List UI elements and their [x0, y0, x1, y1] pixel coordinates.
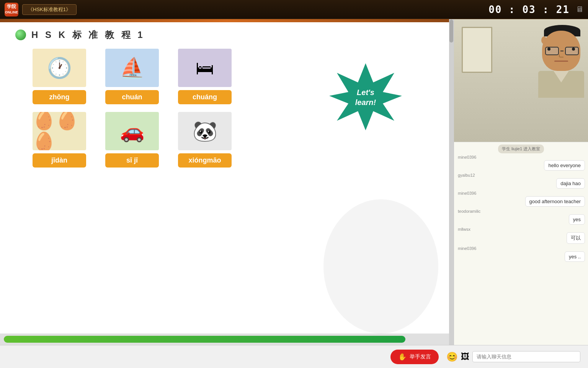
course-title-button[interactable]: 《HSK标准教程1》: [22, 4, 77, 15]
chat-message-5: mine0396 yes ..: [457, 246, 585, 262]
image-car: 🚗: [105, 112, 159, 150]
topbar-left: 学院ONLINE 《HSK标准教程1》: [5, 3, 77, 16]
label-zhong: zhōng: [33, 90, 86, 104]
hand-icon: ✋: [398, 353, 407, 361]
emoji-icon-2[interactable]: 🖼: [461, 352, 469, 362]
slide-content: H S K 标 准 教 程 1 🕐 zhōng ⛵ chuán 🛏 chuáng: [0, 19, 454, 345]
image-eggs: 🥚🥚🥚: [33, 112, 86, 150]
main-container: H S K 标 准 教 程 1 🕐 zhōng ⛵ chuán 🛏 chuáng: [0, 19, 588, 345]
chat-message-3: teodoramilic yes: [457, 209, 585, 225]
chat-username-5: mine0396: [457, 246, 476, 251]
label-siji: sī jī: [105, 153, 159, 168]
chat-message-1: gyalbu12 dajia hao: [457, 173, 585, 189]
slide-title: H S K 标 准 教 程 1: [31, 29, 145, 41]
raise-hand-label: 举手发言: [410, 353, 431, 360]
grid-item-zhong[interactable]: 🕐 zhōng: [31, 49, 88, 104]
progress-bar: [4, 336, 405, 343]
chat-bubble-4: 可以: [567, 232, 585, 244]
chat-bubble-2: good afternoon teacher: [525, 196, 585, 207]
chat-message-4: mllwsx 可以: [457, 227, 585, 244]
chat-input-area: 😊 🖼: [446, 351, 580, 362]
video-panel: 学生 liujie1 进入教室 mine0396 hello everyone …: [454, 19, 588, 345]
slide-scrollbar[interactable]: [449, 19, 454, 345]
chat-bubble-1: dajia hao: [556, 178, 585, 189]
chat-panel: 学生 liujie1 进入教室 mine0396 hello everyone …: [454, 142, 588, 345]
teacher-video: [454, 19, 588, 142]
grid-item-xiongmao[interactable]: 🐼 xióngmāo: [176, 112, 234, 168]
chat-message-2: mine0396 good afternoon teacher: [457, 191, 585, 207]
image-boat: ⛵: [105, 49, 159, 87]
topbar-right: 00 : 03 : 21 🖥: [488, 4, 583, 15]
timer-display: 00 : 03 : 21: [488, 4, 570, 15]
topbar: 学院ONLINE 《HSK标准教程1》 00 : 03 : 21 🖥: [0, 0, 588, 19]
image-bed: 🛏: [178, 49, 232, 87]
chat-username-1: gyalbu12: [457, 173, 475, 177]
scrollbar-thumb[interactable]: [449, 20, 453, 43]
teacher-figure: [454, 19, 588, 142]
chat-username-2: mine0396: [457, 191, 476, 196]
lets-learn-badge: Let's learn!: [327, 61, 415, 130]
green-indicator: [15, 30, 26, 40]
label-chuang: chuáng: [178, 90, 232, 104]
chat-username-3: teodoramilic: [457, 209, 480, 214]
image-panda: 🐼: [178, 112, 232, 150]
label-chuan: chuán: [105, 90, 159, 104]
grid-item-siji[interactable]: 🚗 sī jī: [103, 112, 161, 168]
chat-bubble-0: hello everyone: [544, 160, 585, 171]
system-message: 学生 liujie1 进入教室: [498, 145, 544, 153]
slide-header: H S K 标 准 教 程 1: [15, 29, 438, 41]
label-xiongmao: xióngmāo: [178, 153, 232, 168]
chat-bubble-5: yes ..: [565, 251, 585, 262]
image-clock: 🕐: [33, 49, 86, 87]
raise-hand-button[interactable]: ✋ 举手发言: [390, 350, 439, 364]
svg-text:Let's: Let's: [357, 88, 374, 97]
label-jidan: jīdàn: [33, 153, 86, 168]
emoji-icon[interactable]: 😊: [446, 352, 458, 362]
monitor-icon[interactable]: 🖥: [576, 5, 583, 14]
grid-item-jidan[interactable]: 🥚🥚🥚 jīdàn: [31, 112, 88, 168]
grid-item-chuang[interactable]: 🛏 chuáng: [176, 49, 234, 104]
chat-username-4: mllwsx: [457, 227, 470, 232]
chat-bubble-3: yes: [569, 214, 585, 225]
chat-input[interactable]: [472, 351, 580, 362]
bottom-bar: ✋ 举手发言 😊 🖼: [0, 345, 588, 368]
progress-area: [0, 334, 454, 345]
app-logo: 学院ONLINE: [5, 3, 18, 16]
svg-marker-0: [329, 63, 402, 130]
chat-message-0: mine0396 hello everyone: [457, 155, 585, 171]
svg-text:learn!: learn!: [355, 98, 376, 107]
chat-username-0: mine0396: [457, 155, 476, 159]
grid-item-chuan[interactable]: ⛵ chuán: [103, 49, 161, 104]
slide-area: H S K 标 准 教 程 1 🕐 zhōng ⛵ chuán 🛏 chuáng: [0, 19, 454, 345]
